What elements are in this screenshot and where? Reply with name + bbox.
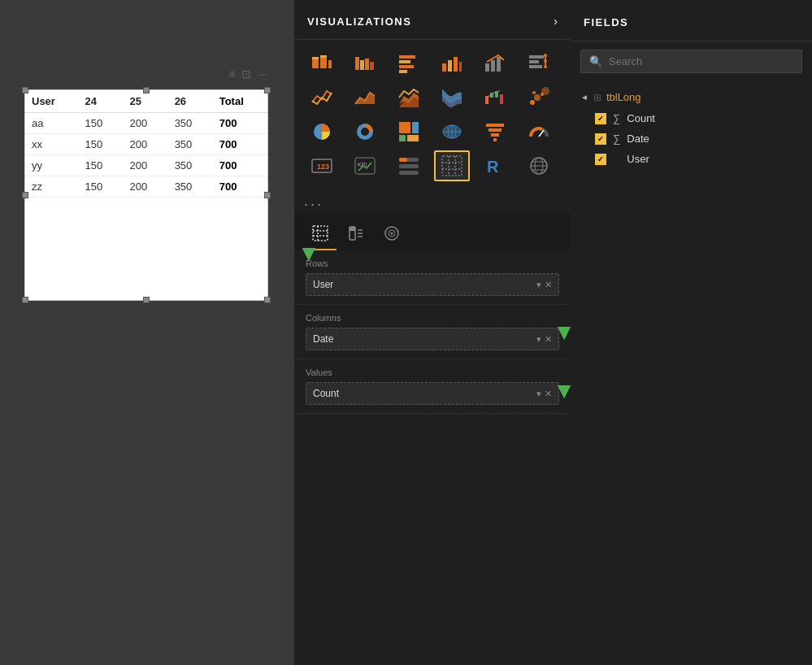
rows-remove-icon[interactable]: ✕	[545, 280, 552, 290]
resize-handle-br[interactable]	[264, 297, 271, 303]
svg-rect-8	[370, 62, 374, 70]
resize-handle-tr[interactable]	[264, 87, 271, 93]
table-name: tblLong	[606, 91, 641, 103]
columns-dropdown-icon[interactable]: ▾	[536, 334, 541, 345]
field-item-user[interactable]: ✓ ∑ User	[571, 149, 812, 169]
svg-rect-65	[399, 158, 407, 162]
table-cell: 350	[168, 113, 213, 134]
viz-card: ≡ ⊡ ··· User 24 25 26 Total aa1502003507…	[24, 89, 268, 301]
resize-handle-bl[interactable]	[22, 297, 28, 303]
table-cell: xx	[25, 134, 79, 155]
rows-field-text: User	[313, 279, 333, 290]
columns-field-pill[interactable]: Date ▾ ✕	[306, 328, 559, 350]
field-item-date[interactable]: ✓ ∑ Date	[571, 128, 812, 149]
bar-line-icon[interactable]	[521, 48, 557, 79]
pie-chart-icon[interactable]	[304, 116, 340, 147]
svg-point-25	[544, 65, 547, 68]
stacked-bar-icon[interactable]	[304, 48, 340, 79]
line-chart-icon[interactable]	[304, 82, 340, 113]
svg-rect-29	[485, 96, 489, 104]
waterfall-icon[interactable]	[477, 82, 513, 113]
r-script-icon[interactable]: R	[477, 150, 513, 181]
svg-rect-5	[355, 57, 359, 70]
col-26: 26	[168, 90, 213, 113]
visualizations-panel: VISUALIZATIONS ›	[294, 0, 571, 665]
svg-rect-32	[500, 94, 503, 104]
ribbon-icon[interactable]	[434, 82, 470, 113]
funnel-icon[interactable]	[477, 116, 513, 147]
format-tab[interactable]	[340, 218, 372, 250]
svg-point-24	[544, 59, 547, 63]
svg-rect-82	[350, 227, 355, 231]
col-25: 25	[124, 90, 168, 113]
table-cell: aa	[25, 113, 79, 134]
resize-handle-ml[interactable]	[22, 192, 28, 198]
svg-rect-6	[360, 60, 364, 70]
focus-mode-icon[interactable]: ⊡	[241, 67, 251, 80]
more-options-icon[interactable]: ···	[258, 67, 267, 80]
svg-rect-2	[320, 57, 327, 68]
date-checkbox[interactable]: ✓	[595, 133, 606, 145]
svg-rect-1	[312, 57, 319, 59]
svg-point-40	[532, 91, 536, 94]
line-column-icon[interactable]	[477, 48, 513, 79]
columns-remove-icon[interactable]: ✕	[545, 334, 552, 345]
clustered-bar-icon[interactable]	[347, 48, 383, 79]
rows-dropdown-icon[interactable]: ▾	[536, 280, 541, 290]
matrix-table-icon[interactable]	[434, 150, 470, 181]
svg-rect-30	[490, 93, 493, 98]
field-item-count[interactable]: ✓ ∑ Count	[571, 108, 812, 128]
values-section: Values ▼ Count ▾ ✕	[294, 359, 571, 414]
resize-handle-mr[interactable]	[264, 192, 271, 198]
resize-handle-tm[interactable]	[143, 87, 150, 93]
viz-card-toolbar: ≡ ⊡ ···	[228, 67, 267, 80]
values-field-pill[interactable]: Count ▾ ✕	[306, 382, 559, 405]
svg-point-23	[544, 54, 547, 57]
values-dropdown-icon[interactable]: ▾	[536, 389, 541, 399]
kpi-icon[interactable]: KPI	[347, 150, 383, 181]
search-box[interactable]: 🔍	[580, 50, 802, 73]
more-icons-indicator[interactable]: ...	[294, 189, 571, 213]
svg-rect-44	[399, 122, 410, 133]
map-icon[interactable]	[434, 116, 470, 147]
table-cell: 700	[213, 113, 267, 134]
svg-rect-46	[399, 135, 406, 141]
resize-handle-tl[interactable]	[22, 87, 28, 93]
stacked-area-icon[interactable]	[391, 82, 427, 113]
svg-rect-22	[529, 65, 542, 68]
table-header[interactable]: ◄ ⊞ tblLong	[571, 86, 812, 108]
resize-handle-bm[interactable]	[143, 297, 150, 303]
table-cell: 150	[79, 155, 124, 176]
user-checkbox[interactable]: ✓	[595, 154, 606, 165]
count-field-name: Count	[627, 112, 655, 124]
svg-rect-18	[491, 60, 495, 72]
column-chart-icon[interactable]	[434, 48, 470, 79]
analytics-tab[interactable]	[376, 218, 408, 250]
count-checkbox[interactable]: ✓	[595, 113, 606, 124]
table-collapse-arrow: ◄	[580, 93, 588, 102]
collapse-viz-arrow[interactable]: ›	[554, 15, 558, 28]
table-cell: 350	[168, 155, 213, 176]
donut-chart-icon[interactable]	[347, 116, 383, 147]
area-chart-icon[interactable]	[347, 82, 383, 113]
rows-field-pill[interactable]: User ▾ ✕	[306, 273, 559, 296]
bar-chart-h-icon[interactable]	[391, 48, 427, 79]
svg-rect-15	[454, 57, 458, 72]
search-icon: 🔍	[589, 55, 602, 67]
globe-icon[interactable]	[521, 150, 557, 181]
card-icon[interactable]: 123	[304, 150, 340, 181]
table-row: aa150200350700	[25, 113, 267, 134]
table-tree: ◄ ⊞ tblLong ✓ ∑ Count ✓ ∑ Date ✓ ∑ User	[571, 81, 812, 174]
gauge-icon[interactable]	[521, 116, 557, 147]
svg-rect-20	[529, 55, 544, 59]
values-remove-icon[interactable]: ✕	[545, 389, 552, 399]
columns-section: Columns ▼ Date ▾ ✕	[294, 305, 571, 359]
col-24: 24	[79, 90, 124, 113]
search-input[interactable]	[609, 55, 793, 67]
treemap-icon[interactable]	[391, 116, 427, 147]
slicer-icon[interactable]	[391, 150, 427, 181]
table-cell: yy	[25, 155, 79, 176]
table-cell: zz	[25, 176, 79, 198]
svg-text:123: 123	[317, 163, 329, 171]
scatter-icon[interactable]	[521, 82, 557, 113]
